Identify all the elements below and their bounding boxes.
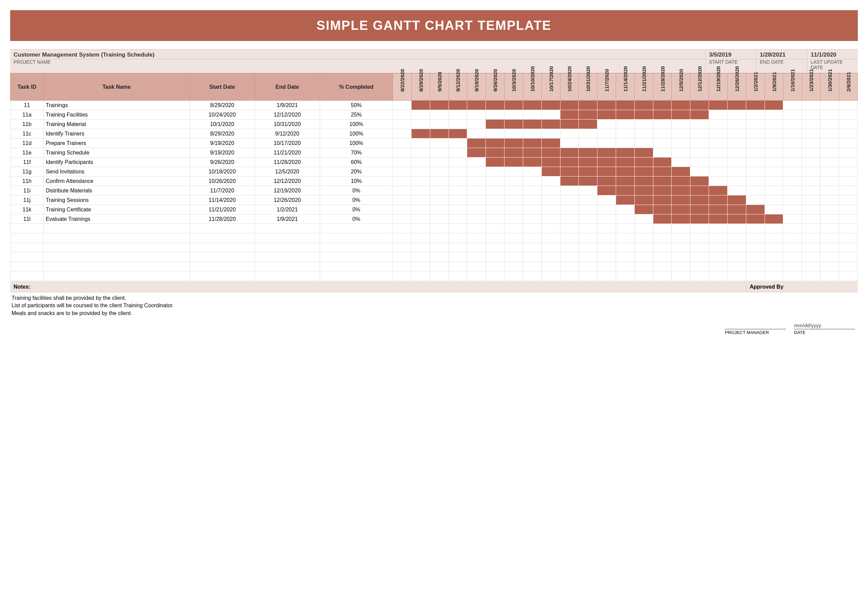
pm-signature-field[interactable] <box>725 323 786 329</box>
empty-cell <box>255 271 320 281</box>
timeline-cell <box>411 158 430 167</box>
timeline-cell <box>430 139 449 148</box>
timeline-cell <box>820 110 839 120</box>
timeline-cell <box>467 176 486 186</box>
timeline-cell <box>467 110 486 120</box>
cell-pct-completed: 0% <box>320 205 393 215</box>
empty-cell <box>709 243 728 252</box>
empty-cell <box>839 224 857 233</box>
timeline-cell <box>839 110 857 120</box>
timeline-cell <box>783 215 802 224</box>
timeline-cell <box>616 186 634 195</box>
timeline-cell <box>560 205 579 215</box>
timeline-cell <box>653 139 672 148</box>
timeline-cell <box>541 205 560 215</box>
header-pct-completed: % Completed <box>320 74 393 100</box>
timeline-cell <box>653 148 672 158</box>
timeline-cell <box>430 186 449 195</box>
empty-cell <box>820 233 839 243</box>
timeline-date-header: 9/19/2020 <box>467 74 486 100</box>
timeline-cell <box>430 148 449 158</box>
cell-end-date: 1/9/2021 <box>255 215 320 224</box>
timeline-cell <box>783 110 802 120</box>
empty-cell <box>43 271 189 281</box>
cell-start-date: 11/21/2020 <box>189 205 255 215</box>
empty-cell <box>255 262 320 271</box>
timeline-cell <box>746 215 764 224</box>
cell-pct-completed: 0% <box>320 195 393 205</box>
empty-cell <box>764 243 783 252</box>
empty-cell <box>802 262 820 271</box>
empty-cell <box>411 252 430 262</box>
timeline-cell <box>802 167 820 176</box>
timeline-cell <box>727 120 746 129</box>
empty-cell <box>653 243 672 252</box>
empty-cell <box>653 271 672 281</box>
timeline-cell <box>449 100 467 110</box>
cell-task-id: 11i <box>11 186 44 195</box>
timeline-cell <box>690 110 709 120</box>
notes-label: Notes: <box>10 282 746 292</box>
cell-end-date: 10/17/2020 <box>255 139 320 148</box>
timeline-cell <box>579 205 597 215</box>
timeline-cell <box>505 215 523 224</box>
timeline-cell <box>393 110 412 120</box>
pm-label: PROJECT MANAGER <box>725 329 786 335</box>
empty-cell <box>616 233 634 243</box>
timeline-cell <box>672 176 690 186</box>
timeline-cell <box>672 148 690 158</box>
empty-cell <box>764 252 783 262</box>
empty-cell <box>709 224 728 233</box>
timeline-cell <box>411 215 430 224</box>
cell-task-name: Identify Trainers <box>43 129 189 139</box>
timeline-cell <box>393 158 412 167</box>
timeline-cell <box>560 139 579 148</box>
timeline-cell <box>783 167 802 176</box>
timeline-cell <box>467 120 486 129</box>
timeline-cell <box>746 120 764 129</box>
cell-pct-completed: 20% <box>320 167 393 176</box>
cell-start-date: 11/28/2020 <box>189 215 255 224</box>
timeline-date-header: 10/3/2020 <box>505 74 523 100</box>
date-field[interactable]: mm/dd/yyyy <box>794 323 855 329</box>
timeline-cell <box>839 215 857 224</box>
cell-end-date: 12/12/2020 <box>255 110 320 120</box>
timeline-cell <box>411 205 430 215</box>
cell-pct-completed: 60% <box>320 158 393 167</box>
cell-task-name: Training Sessions <box>43 195 189 205</box>
timeline-cell <box>820 186 839 195</box>
cell-end-date: 12/12/2020 <box>255 176 320 186</box>
timeline-cell <box>505 186 523 195</box>
timeline-cell <box>523 186 541 195</box>
empty-cell <box>449 243 467 252</box>
timeline-cell <box>486 158 505 167</box>
empty-cell <box>11 262 44 271</box>
timeline-cell <box>746 205 764 215</box>
timeline-cell <box>709 215 728 224</box>
cell-pct-completed: 100% <box>320 120 393 129</box>
timeline-cell <box>523 158 541 167</box>
empty-cell <box>653 262 672 271</box>
timeline-date-header: 8/22/2020 <box>393 74 412 100</box>
cell-end-date: 1/9/2021 <box>255 100 320 110</box>
timeline-cell <box>634 120 653 129</box>
timeline-cell <box>560 158 579 167</box>
timeline-cell <box>764 195 783 205</box>
timeline-cell <box>430 100 449 110</box>
cell-start-date: 10/18/2020 <box>189 167 255 176</box>
timeline-cell <box>505 195 523 205</box>
timeline-cell <box>783 129 802 139</box>
timeline-date-header: 10/31/2020 <box>579 74 597 100</box>
timeline-cell <box>449 148 467 158</box>
timeline-date-header: 12/26/2020 <box>727 74 746 100</box>
timeline-date-header: 12/19/2020 <box>709 74 728 100</box>
timeline-cell <box>430 195 449 205</box>
empty-cell <box>653 224 672 233</box>
timeline-cell <box>727 158 746 167</box>
cell-pct-completed: 100% <box>320 129 393 139</box>
timeline-cell <box>449 195 467 205</box>
timeline-cell <box>690 186 709 195</box>
empty-cell <box>727 233 746 243</box>
timeline-cell <box>523 167 541 176</box>
timeline-cell <box>616 205 634 215</box>
